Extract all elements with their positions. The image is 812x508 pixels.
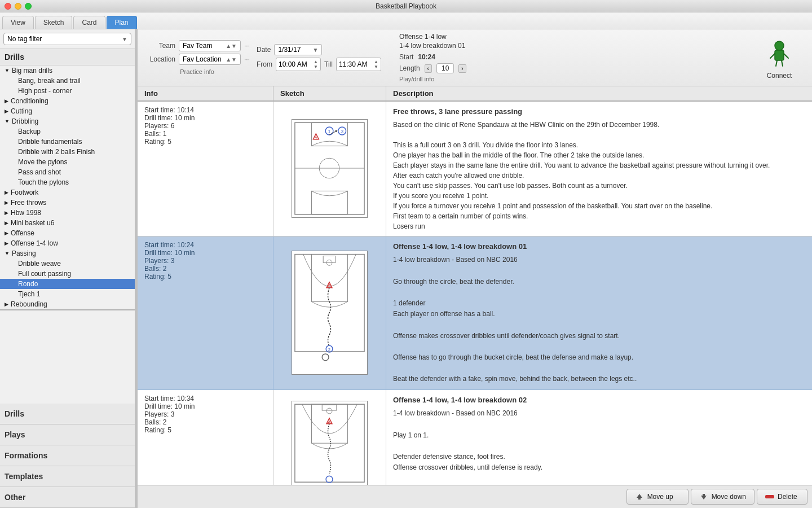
expand-icon: ▼	[5, 68, 10, 73]
from-spinner-icon[interactable]: ▲▼	[314, 59, 318, 69]
tab-sketch[interactable]: Sketch	[35, 16, 73, 29]
plan-row-1: Start time: 10:14 Drill time: 10 min Pla…	[138, 102, 812, 237]
sidebar: No tag filter ▼ Drills ▼ Big man drills …	[0, 29, 135, 508]
svg-line-5	[782, 60, 783, 66]
sidebar-item-dribble-2balls[interactable]: Dribble with 2 balls Finish	[0, 147, 135, 157]
date-label: Date	[257, 46, 271, 54]
svg-text:A: A	[315, 135, 317, 139]
tab-view[interactable]: View	[2, 16, 34, 29]
expand-icon: ▼	[5, 251, 10, 256]
nav-plays[interactable]: Plays	[0, 424, 135, 445]
content-area: Team Fav Team ▲▼ ··· Location Fav Locati…	[138, 29, 812, 508]
row2-info: Start time: 10:24 Drill time: 10 min Pla…	[138, 237, 273, 389]
connect-label[interactable]: Connect	[767, 72, 792, 80]
sidebar-item-conditioning[interactable]: ▶ Conditioning	[0, 96, 135, 106]
tab-plan[interactable]: Plan	[107, 16, 137, 29]
minimize-button[interactable]	[15, 3, 21, 10]
start-label: Start	[399, 53, 413, 61]
drills-section: Drills ▼ Big man drills Bang, break and …	[0, 49, 135, 310]
sidebar-item-bang-break-trail[interactable]: Bang, break and trail	[0, 76, 135, 86]
sidebar-item-tjech1[interactable]: Tjech 1	[0, 289, 135, 299]
expand-icon: ▶	[5, 210, 8, 216]
expand-icon: ▶	[5, 301, 8, 307]
header-info: Info	[138, 86, 273, 100]
sidebar-item-big-man-drills[interactable]: ▼ Big man drills	[0, 65, 135, 76]
sidebar-item-dribble-fundamentals[interactable]: Dribble fundamentals	[0, 137, 135, 147]
plan-table: Start time: 10:14 Drill time: 10 min Pla…	[138, 102, 812, 485]
sidebar-item-move-pylons[interactable]: Move the pylons	[0, 157, 135, 167]
connect-icon	[762, 36, 796, 69]
location-field[interactable]: Fav Location ▲▼	[179, 54, 241, 65]
main-layout: No tag filter ▼ Drills ▼ Big man drills …	[0, 29, 812, 508]
row3-sketch: A	[273, 390, 386, 485]
tag-filter[interactable]: No tag filter ▼	[3, 33, 131, 45]
sidebar-item-dribble-weave[interactable]: Dribble weave	[0, 259, 135, 269]
connect-section: Connect	[753, 33, 805, 82]
nav-formations[interactable]: Formations	[0, 445, 135, 466]
svg-point-0	[775, 41, 784, 50]
till-spinner-icon[interactable]: ▲▼	[374, 59, 378, 69]
sidebar-item-dribbling[interactable]: ▼ Dribbling	[0, 116, 135, 126]
till-time-field[interactable]: 11:30 AM ▲▼	[336, 58, 381, 71]
sidebar-item-rondo[interactable]: Rondo	[0, 279, 135, 289]
row2-desc: Offense 1-4 low, 1-4 low breakdown 01 1-…	[386, 237, 812, 389]
row1-info: Start time: 10:14 Drill time: 10 min Pla…	[138, 102, 273, 236]
sidebar-item-backup[interactable]: Backup	[0, 126, 135, 137]
till-label: Till	[324, 60, 333, 68]
from-time-field[interactable]: 10:00 AM ▲▼	[276, 58, 321, 71]
svg-rect-38	[703, 494, 705, 496]
move-down-button[interactable]: Move down	[691, 489, 754, 505]
titlebar: Basketball Playbook	[0, 0, 812, 12]
close-button[interactable]	[5, 3, 11, 10]
row3-desc: Offense 1-4 low, 1-4 low breakdown 02 1-…	[386, 390, 812, 485]
team-dots-icon[interactable]: ···	[244, 42, 250, 50]
move-up-icon	[635, 492, 644, 501]
connect-svg-icon	[765, 38, 794, 67]
sidebar-item-offense-1-4-low[interactable]: ▶ Offense 1-4 low	[0, 238, 135, 248]
nav-other[interactable]: Other	[0, 487, 135, 508]
expand-icon: ▶	[5, 190, 8, 195]
offense-line2: 1-4 low breakdown 01	[399, 42, 501, 50]
length-decrease-button[interactable]: ‹	[425, 64, 432, 73]
sidebar-item-footwork[interactable]: ▶ Footwork	[0, 187, 135, 198]
nav-drills[interactable]: Drills	[0, 404, 135, 424]
sidebar-item-high-post-corner[interactable]: High post - corner	[0, 86, 135, 96]
length-value: 10	[436, 63, 454, 73]
expand-icon: ▶	[5, 98, 8, 104]
svg-marker-37	[701, 496, 707, 500]
plan-row-2: Start time: 10:24 Drill time: 10 min Pla…	[138, 237, 812, 390]
window-title: Basketball Playbook	[376, 2, 436, 10]
maximize-button[interactable]	[25, 3, 32, 10]
sidebar-item-rebounding[interactable]: ▶ Rebounding	[0, 299, 135, 309]
svg-text:1: 1	[328, 129, 331, 134]
delete-button[interactable]: Delete	[757, 489, 807, 505]
sidebar-item-cutting[interactable]: ▶ Cutting	[0, 106, 135, 116]
svg-line-2	[770, 54, 775, 58]
svg-text:3: 3	[341, 129, 343, 134]
tab-card[interactable]: Card	[73, 16, 105, 29]
location-label: Location	[144, 55, 175, 63]
svg-text:A: A	[328, 283, 331, 288]
nav-templates[interactable]: Templates	[0, 466, 135, 487]
sidebar-item-offense[interactable]: ▶ Offense	[0, 228, 135, 238]
location-dots-icon[interactable]: ···	[244, 55, 250, 63]
sidebar-item-mini-basket[interactable]: ▶ Mini basket u6	[0, 218, 135, 228]
bottom-bar: Move up Move down Delete	[138, 485, 812, 508]
svg-point-27	[322, 354, 329, 361]
row1-desc: Free throws, 3 lane pressure passing Bas…	[386, 102, 812, 236]
team-field[interactable]: Fav Team ▲▼	[179, 40, 241, 51]
sidebar-item-hbw1998[interactable]: ▶ Hbw 1998	[0, 208, 135, 218]
sidebar-item-passing[interactable]: ▼ Passing	[0, 248, 135, 259]
svg-rect-10	[311, 191, 347, 214]
date-field[interactable]: 1/31/17 ▼	[274, 44, 322, 55]
sidebar-item-pass-shot[interactable]: Pass and shot	[0, 167, 135, 177]
svg-text:2: 2	[328, 347, 330, 352]
sidebar-item-full-court-passing[interactable]: Full court passing	[0, 269, 135, 279]
length-increase-button[interactable]: ›	[458, 64, 466, 73]
svg-rect-21	[323, 256, 336, 263]
expand-icon: ▶	[5, 200, 8, 205]
svg-point-31	[326, 408, 332, 414]
sidebar-item-free-throws[interactable]: ▶ Free throws	[0, 198, 135, 208]
sidebar-item-touch-pylons[interactable]: Touch the pylons	[0, 177, 135, 187]
move-up-button[interactable]: Move up	[626, 489, 689, 505]
